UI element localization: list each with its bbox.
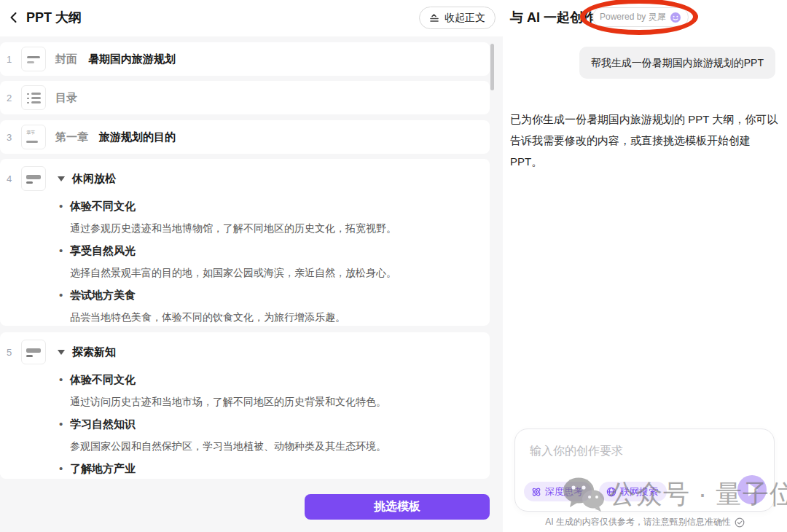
outline-row: 4 休闲放松 (0, 164, 490, 193)
powered-by-label: Powered by 灵犀 (600, 11, 666, 23)
slide-number: 1 (7, 54, 19, 65)
chat-input-placeholder: 输入你的创作要求 (530, 444, 623, 459)
chapter-slide-icon: 章节 (21, 125, 46, 149)
page-title: PPT 大纲 (26, 9, 82, 26)
back-title-group: PPT 大纲 (7, 9, 82, 26)
ai-panel-title: 与 AI 一起创作 (510, 9, 596, 26)
bullet-description: 通过参观历史遗迹和当地博物馆，了解不同地区的历史文化，拓宽视野。 (70, 217, 475, 239)
disclaimer-text: AI 生成的内容仅供参考，请注意甄别信息准确性 (545, 516, 731, 528)
chip-label: 深度思考 (545, 485, 583, 498)
bullet-heading: 体验不同文化 (70, 195, 475, 217)
outline-item-toc[interactable]: 2 目录 (0, 81, 490, 114)
outline-row: 2 目录 (0, 81, 490, 114)
bullet-description: 选择自然景观丰富的目的地，如国家公园或海滨，亲近自然，放松身心。 (70, 262, 475, 283)
bullet-description: 品尝当地特色美食，体验不同的饮食文化，为旅行增添乐趣。 (70, 306, 475, 328)
slide-number: 3 (7, 132, 19, 143)
toc-slide-icon (21, 85, 46, 110)
web-search-chip[interactable]: 联网搜索 (599, 482, 667, 501)
cover-slide-icon (21, 47, 46, 71)
atom-icon (531, 487, 541, 497)
send-button[interactable] (737, 475, 767, 504)
content-slide-icon (21, 340, 46, 364)
check-circle-icon (735, 517, 745, 528)
chip-label: 联网搜索 (620, 485, 658, 498)
collapse-body-button[interactable]: 收起正文 (419, 7, 496, 29)
choose-template-button[interactable]: 挑选模板 (305, 494, 490, 520)
globe-icon (606, 487, 616, 497)
chat-input-card[interactable]: 输入你的创作要求 深度思考 联网搜索 (514, 429, 775, 512)
outline-row: 1 封面 暑期国内旅游规划 (0, 42, 490, 76)
ai-message-text: 已为你生成一份暑期国内旅游规划的 PPT 大纲，你可以告诉我需要修改的内容，或直… (510, 109, 781, 172)
slide-title: 旅游规划的目的 (99, 130, 176, 144)
slide-type-label: 第一章 (55, 130, 88, 144)
powered-by-badge: Powered by 灵犀 (592, 7, 689, 27)
user-message-bubble: 帮我生成一份暑期国内旅游规划的PPT (579, 47, 775, 79)
outline-scrollbar-thumb[interactable] (490, 44, 494, 90)
outline-row: 3 章节 第一章 旅游规划的目的 (0, 120, 490, 154)
bullet-heading: 了解地方产业 (70, 458, 475, 479)
slide-number: 2 (7, 93, 19, 103)
caret-down-icon[interactable] (58, 176, 65, 181)
collapse-lines-icon (429, 13, 439, 23)
bullet-heading: 学习自然知识 (70, 413, 475, 435)
collapse-button-label: 收起正文 (445, 12, 485, 25)
slide-type-label: 封面 (55, 52, 77, 66)
bullet-heading: 享受自然风光 (70, 240, 475, 262)
app-root: PPT 大纲 收起正文 与 AI 一起创作 Powered by 灵犀 1 (0, 0, 787, 532)
slide-number: 4 (7, 173, 19, 184)
content-slide-icon (21, 166, 46, 191)
bullet-description: 参观国家公园和自然保护区，学习当地植被、动物种类及其生态环境。 (70, 435, 475, 457)
caret-down-icon[interactable] (58, 350, 65, 355)
lingxi-logo-icon (670, 12, 681, 23)
outline-item-chapter[interactable]: 3 章节 第一章 旅游规划的目的 (0, 120, 490, 154)
bullet-list: 体验不同文化 通过访问历史古迹和当地市场，了解不同地区的历史背景和文化特色。 学… (70, 369, 475, 479)
slide-type-label: 目录 (55, 91, 77, 105)
outline-row: 5 探索新知 (0, 337, 490, 367)
chevron-left-icon[interactable] (7, 11, 20, 24)
bullet-description: 通过访问历史古迹和当地市场，了解不同地区的历史背景和文化特色。 (70, 391, 475, 412)
outline-item-section-2[interactable]: 5 探索新知 体验不同文化 通过访问历史古迹和当地市场，了解不同地区的历史背景和… (0, 332, 490, 479)
bullet-list: 体验不同文化 通过参观历史遗迹和当地博物馆，了解不同地区的历史文化，拓宽视野。 … (70, 195, 475, 328)
slide-title: 暑期国内旅游规划 (88, 52, 176, 66)
send-play-icon (748, 483, 758, 496)
slide-title: 探索新知 (72, 345, 116, 359)
deep-think-chip[interactable]: 深度思考 (524, 482, 592, 501)
slide-number: 5 (7, 347, 19, 358)
outline-item-cover[interactable]: 1 封面 暑期国内旅游规划 (0, 42, 490, 76)
chip-row: 深度思考 联网搜索 (524, 482, 667, 501)
outline-item-section-1[interactable]: 4 休闲放松 体验不同文化 通过参观历史遗迹和当地博物馆，了解不同地区的历史文化… (0, 159, 490, 326)
bullet-heading: 体验不同文化 (70, 369, 475, 391)
bullet-heading: 尝试地方美食 (70, 284, 475, 306)
slide-title: 休闲放松 (72, 172, 116, 186)
ai-disclaimer: AI 生成的内容仅供参考，请注意甄别信息准确性 (503, 516, 787, 528)
header-bar: PPT 大纲 收起正文 与 AI 一起创作 Powered by 灵犀 (0, 0, 787, 36)
